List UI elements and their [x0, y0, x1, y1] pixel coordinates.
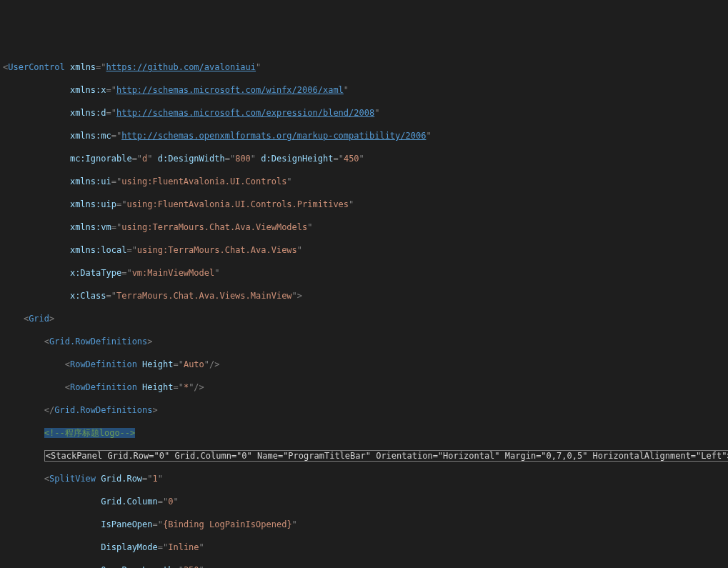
attr: OpenPaneLength	[101, 565, 173, 568]
attr: xmlns:vm	[70, 222, 111, 232]
code-line[interactable]: xmlns:ui="using:FluentAvalonia.UI.Contro…	[3, 176, 728, 187]
tag: SplitView	[49, 474, 96, 484]
attr: xmlns:d	[70, 108, 106, 118]
attr: xmlns	[70, 62, 96, 72]
value: using:FluentAvalonia.UI.Controls	[121, 176, 286, 186]
value: TerraMours.Chat.Ava.Views.MainView	[116, 291, 292, 301]
attr: x:Class	[70, 291, 106, 301]
attr: DisplayMode	[101, 542, 157, 552]
value: 800	[235, 154, 251, 164]
attr: Grid.Column	[101, 497, 157, 507]
attr: xmlns:x	[70, 85, 106, 95]
code-line[interactable]: xmlns:x="http://schemas.microsoft.com/wi…	[3, 84, 728, 96]
tag: UserControl	[8, 62, 64, 72]
attr: d:DesignWidth	[158, 154, 225, 164]
tag: Grid	[29, 314, 49, 324]
code-line[interactable]: Grid.Column="0"	[3, 496, 728, 507]
tag: Grid.RowDefinitions	[54, 405, 152, 415]
attr: Height	[142, 359, 173, 369]
code-line[interactable]: xmlns:mc="http://schemas.openxmlformats.…	[3, 130, 728, 141]
tag: Grid.RowDefinitions	[49, 337, 147, 347]
link[interactable]: http://schemas.microsoft.com/expression/…	[116, 108, 374, 118]
value: 1	[153, 474, 158, 484]
code-line[interactable]: DisplayMode="Inline"	[3, 542, 728, 553]
code-line[interactable]: <SplitView Grid.Row="1"	[3, 473, 728, 484]
code-line[interactable]: xmlns:d="http://schemas.microsoft.com/ex…	[3, 107, 728, 119]
code-line[interactable]: <StackPanel Grid.Row="0" Grid.Column="0"…	[3, 450, 728, 462]
code-line[interactable]: <Grid.RowDefinitions>	[3, 336, 728, 347]
link[interactable]: http://schemas.openxmlformats.org/markup…	[121, 131, 426, 141]
code-line[interactable]: <Grid>	[3, 313, 728, 324]
value: Auto	[184, 359, 204, 369]
code-line[interactable]: <RowDefinition Height="Auto"/>	[3, 359, 728, 370]
attr: mc:Ignorable	[70, 154, 132, 164]
value: using:FluentAvalonia.UI.Controls.Primiti…	[126, 199, 349, 209]
code-line[interactable]: <!--程序标题logo-->	[3, 427, 728, 439]
link[interactable]: https://github.com/avaloniaui	[106, 62, 256, 72]
code-line[interactable]: x:Class="TerraMours.Chat.Ava.Views.MainV…	[3, 290, 728, 302]
code-line[interactable]: mc:Ignorable="d" d:DesignWidth="800" d:D…	[3, 153, 728, 164]
code-line[interactable]: IsPaneOpen="{Binding LogPainIsOpened}"	[3, 519, 728, 530]
attr: xmlns:uip	[70, 199, 116, 209]
value: Inline	[168, 542, 199, 552]
value: 350	[184, 565, 199, 568]
attr: IsPaneOpen	[101, 519, 152, 529]
attr: xmlns:local	[70, 245, 126, 255]
attr: Height	[142, 382, 173, 392]
code-line[interactable]: <RowDefinition Height="*"/>	[3, 382, 728, 393]
code-line[interactable]: xmlns:local="using:TerraMours.Chat.Ava.V…	[3, 244, 728, 256]
code-editor[interactable]: <UserControl xmlns="https://github.com/a…	[0, 46, 728, 568]
code-line[interactable]: xmlns:uip="using:FluentAvalonia.UI.Contr…	[3, 199, 728, 210]
attr: xmlns:ui	[70, 176, 111, 186]
value: vm:MainViewModel	[132, 268, 215, 278]
code-line[interactable]: </Grid.RowDefinitions>	[3, 404, 728, 416]
attr: xmlns:mc	[70, 131, 111, 141]
tag: RowDefinition	[70, 359, 137, 369]
code-line[interactable]: xmlns:vm="using:TerraMours.Chat.Ava.View…	[3, 221, 728, 233]
value: using:TerraMours.Chat.Ava.ViewModels	[121, 222, 307, 232]
link[interactable]: http://schemas.microsoft.com/winfx/2006/…	[116, 85, 344, 95]
code-line[interactable]: OpenPaneLength="350">	[3, 564, 728, 568]
attr: Grid.Row	[101, 474, 142, 484]
folded-region[interactable]: <StackPanel Grid.Row="0" Grid.Column="0"…	[44, 450, 728, 462]
code-line[interactable]: x:DataType="vm:MainViewModel"	[3, 267, 728, 279]
attr: d:DesignHeight	[261, 154, 333, 164]
value: using:TerraMours.Chat.Ava.Views	[137, 245, 297, 255]
attr: x:DataType	[70, 268, 121, 278]
value: 450	[344, 154, 359, 164]
value: {Binding LogPainIsOpened}	[163, 519, 292, 529]
selected-comment: <!--程序标题logo-->	[44, 428, 136, 438]
tag: RowDefinition	[70, 382, 137, 392]
code-line[interactable]: <UserControl xmlns="https://github.com/a…	[3, 61, 728, 73]
